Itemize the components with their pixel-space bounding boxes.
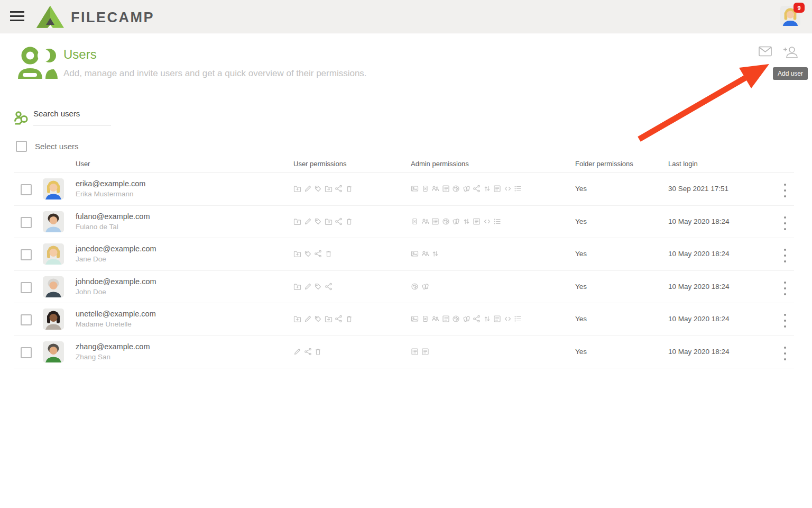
branding-icon	[442, 217, 450, 225]
search-input[interactable]: Search users	[33, 109, 111, 125]
row-menu-button[interactable]	[780, 248, 790, 264]
account-avatar[interactable]: 9	[780, 6, 800, 26]
row-menu-button[interactable]	[780, 346, 790, 361]
users-section-icon	[16, 46, 58, 83]
user-cell: zhang@example.com Zhang San	[76, 342, 150, 361]
transfer-icon	[431, 250, 439, 258]
row-checkbox[interactable]	[21, 249, 32, 260]
table-row: fulano@example.com Fulano de Tal Yes 10 …	[14, 206, 794, 239]
delete-files-icon	[411, 217, 419, 225]
tag-icon	[314, 217, 322, 225]
labels-icon	[452, 217, 460, 225]
row-menu-button[interactable]	[780, 215, 790, 231]
share-icon	[473, 185, 481, 193]
move-folder-icon	[325, 185, 333, 193]
reports-icon	[421, 348, 429, 356]
user-email: johndoe@example.com	[76, 277, 156, 286]
user-cell: janedoe@example.com Jane Doe	[76, 244, 156, 263]
share-icon	[335, 217, 343, 225]
add-user-button[interactable]	[783, 46, 797, 59]
last-login-value: 30 Sep 2021 17:51	[668, 185, 728, 193]
folder-permissions-value: Yes	[575, 348, 587, 356]
row-checkbox[interactable]	[21, 314, 32, 325]
create-folder-icon	[293, 283, 301, 291]
folder-permissions-value: Yes	[575, 283, 587, 291]
share-icon	[325, 283, 333, 291]
share-icon	[304, 348, 312, 356]
page-title: Users	[63, 47, 97, 62]
reports-icon	[493, 315, 501, 323]
labels-icon	[463, 315, 470, 323]
last-login-value: 10 May 2020 18:24	[668, 217, 730, 225]
row-menu-button[interactable]	[780, 313, 790, 329]
user-permissions	[293, 348, 322, 356]
admin-permissions	[411, 283, 429, 291]
select-users-checkbox[interactable]	[16, 141, 27, 152]
row-menu-button[interactable]	[780, 183, 790, 198]
users-icon	[421, 217, 429, 225]
search-label: Search users	[33, 109, 80, 118]
search-users-icon	[14, 110, 30, 128]
forms-icon	[431, 217, 439, 225]
column-header-user: User	[76, 160, 90, 168]
user-cell: johndoe@example.com John Doe	[76, 277, 156, 296]
user-permissions	[293, 185, 353, 193]
share-icon	[473, 315, 481, 323]
code-icon	[504, 315, 512, 323]
folder-permissions-value: Yes	[575, 185, 587, 193]
row-checkbox[interactable]	[21, 282, 32, 293]
edit-icon	[304, 283, 312, 291]
user-email: janedoe@example.com	[76, 244, 156, 253]
tag-icon	[314, 315, 322, 323]
table-row: zhang@example.com Zhang San Yes 10 May 2…	[14, 336, 794, 369]
users-page: FILECAMP 9 Users Add, manage and invite …	[0, 0, 812, 508]
admin-permissions	[411, 185, 522, 193]
labels-icon	[463, 185, 470, 193]
user-cell: erika@example.com Erika Mustermann	[76, 179, 145, 198]
users-icon	[421, 250, 429, 258]
share-icon	[335, 185, 343, 193]
share-icon	[314, 250, 322, 258]
send-mail-button[interactable]	[759, 46, 772, 59]
add-user-tooltip: Add user	[773, 67, 808, 80]
notification-badge: 9	[793, 3, 805, 13]
admin-permissions	[411, 315, 522, 323]
row-checkbox[interactable]	[21, 184, 32, 195]
user-avatar	[43, 178, 64, 199]
delete-icon	[325, 250, 333, 258]
user-name: Zhang San	[76, 353, 150, 361]
user-name: Jane Doe	[76, 255, 156, 263]
branding-icon	[452, 315, 460, 323]
row-checkbox[interactable]	[21, 217, 32, 228]
last-login-value: 10 May 2020 18:24	[668, 283, 730, 291]
code-icon	[504, 185, 512, 193]
create-folder-icon	[293, 250, 301, 258]
column-header-folder-permissions: Folder permissions	[575, 160, 633, 168]
filecamp-logo-icon	[36, 5, 64, 30]
row-menu-button[interactable]	[780, 280, 790, 296]
tag-icon	[314, 283, 322, 291]
page-subtitle: Add, manage and invite users and get a q…	[63, 68, 367, 79]
user-name: Fulano de Tal	[76, 223, 150, 231]
user-name: John Doe	[76, 288, 156, 296]
last-login-value: 10 May 2020 18:24	[668, 348, 730, 356]
forms-icon	[442, 185, 450, 193]
reports-icon	[493, 185, 501, 193]
menus-icon	[493, 217, 501, 225]
select-users-label[interactable]: Select users	[35, 142, 79, 151]
filecamp-logo[interactable]: FILECAMP	[36, 5, 154, 30]
row-checkbox[interactable]	[21, 347, 32, 358]
column-header-user-permissions: User permissions	[293, 160, 346, 168]
table-row: unetelle@example.com Madame Unetelle Yes…	[14, 303, 794, 336]
hamburger-menu-icon[interactable]	[10, 11, 25, 22]
transfer-icon	[483, 315, 491, 323]
user-email: erika@example.com	[76, 179, 145, 188]
forms-icon	[411, 348, 419, 356]
user-avatar	[43, 276, 64, 297]
menus-icon	[514, 185, 522, 193]
column-header-last-login: Last login	[668, 160, 698, 168]
user-cell: fulano@example.com Fulano de Tal	[76, 212, 150, 231]
user-email: unetelle@example.com	[76, 310, 156, 318]
edit-icon	[293, 348, 301, 356]
delete-icon	[345, 217, 353, 225]
